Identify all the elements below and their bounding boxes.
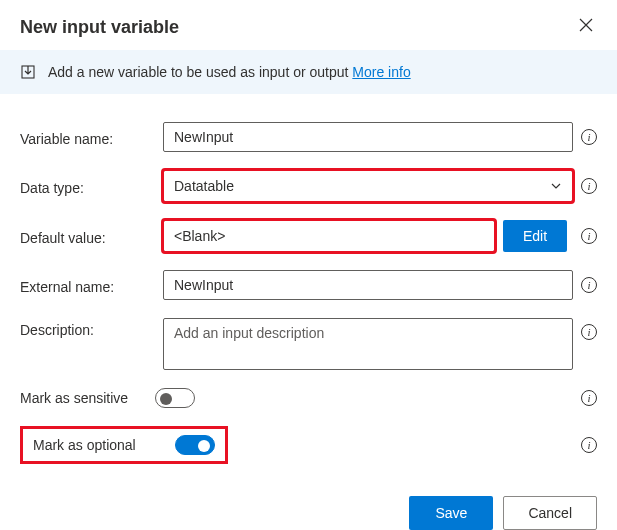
row-optional: Mark as optional i: [20, 426, 597, 464]
row-data-type: Data type: Datatable i: [20, 170, 597, 202]
description-textarea[interactable]: [163, 318, 573, 370]
cancel-button[interactable]: Cancel: [503, 496, 597, 530]
data-type-select[interactable]: Datatable: [163, 170, 573, 202]
row-variable-name: Variable name: i: [20, 122, 597, 152]
info-icon[interactable]: i: [581, 324, 597, 340]
label-sensitive: Mark as sensitive: [20, 390, 155, 406]
variable-name-input[interactable]: [163, 122, 573, 152]
optional-toggle[interactable]: [175, 435, 215, 455]
more-info-link[interactable]: More info: [352, 64, 410, 80]
label-optional: Mark as optional: [33, 437, 161, 453]
label-variable-name: Variable name:: [20, 127, 155, 147]
new-input-variable-dialog: New input variable Add a new variable to…: [0, 0, 617, 530]
row-description: Description: i: [20, 318, 597, 370]
data-type-value: Datatable: [174, 178, 234, 194]
external-name-input[interactable]: [163, 270, 573, 300]
sensitive-toggle[interactable]: [155, 388, 195, 408]
edit-default-value-button[interactable]: Edit: [503, 220, 567, 252]
dialog-title: New input variable: [20, 17, 179, 38]
label-data-type: Data type:: [20, 176, 155, 196]
download-icon: [20, 64, 36, 80]
toggle-knob: [198, 440, 210, 452]
info-icon[interactable]: i: [581, 228, 597, 244]
label-description: Description:: [20, 318, 155, 338]
row-sensitive: Mark as sensitive i: [20, 388, 597, 408]
info-banner: Add a new variable to be used as input o…: [0, 50, 617, 94]
close-icon: [579, 18, 593, 35]
save-button[interactable]: Save: [409, 496, 493, 530]
row-external-name: External name: i: [20, 270, 597, 300]
toggle-knob: [160, 393, 172, 405]
label-default-value: Default value:: [20, 226, 155, 246]
info-icon[interactable]: i: [581, 129, 597, 145]
banner-text: Add a new variable to be used as input o…: [48, 64, 411, 80]
info-icon[interactable]: i: [581, 437, 597, 453]
dialog-footer: Save Cancel: [0, 474, 617, 530]
row-default-value: Default value: <Blank> Edit i: [20, 220, 597, 252]
dialog-header: New input variable: [0, 0, 617, 50]
default-value-text: <Blank>: [174, 228, 225, 244]
close-button[interactable]: [575, 14, 597, 40]
default-value-display[interactable]: <Blank>: [163, 220, 495, 252]
info-icon[interactable]: i: [581, 178, 597, 194]
banner-message: Add a new variable to be used as input o…: [48, 64, 352, 80]
form-body: Variable name: i Data type: Datatable i …: [0, 94, 617, 474]
info-icon[interactable]: i: [581, 277, 597, 293]
label-external-name: External name:: [20, 275, 155, 295]
chevron-down-icon: [550, 180, 562, 192]
info-icon[interactable]: i: [581, 390, 597, 406]
